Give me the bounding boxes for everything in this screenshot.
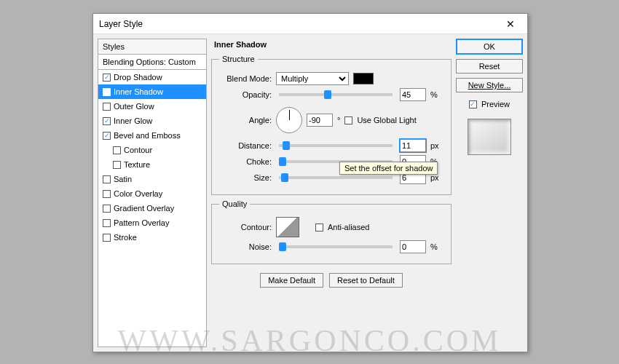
style-item-satin[interactable]: Satin [98, 172, 206, 186]
noise-label: Noise: [219, 242, 272, 251]
noise-input[interactable] [400, 240, 426, 253]
style-item-stroke[interactable]: Stroke [98, 230, 206, 245]
style-checkbox[interactable]: ✓ [103, 74, 111, 82]
preview-thumbnail [468, 119, 511, 155]
center-panel: Inner Shadow Structure Blend Mode: Multi… [211, 39, 452, 347]
layer-style-dialog: Layer Style ✕ Styles Blending Options: C… [92, 13, 528, 352]
noise-suffix: % [430, 242, 443, 251]
global-light-label: Use Global Light [357, 116, 416, 124]
quality-legend: Quality [219, 199, 250, 208]
close-button[interactable]: ✕ [500, 17, 521, 31]
style-label: Inner Shadow [114, 87, 163, 96]
style-item-contour[interactable]: Contour [98, 143, 206, 157]
styles-panel: Styles Blending Options: Custom ✓Drop Sh… [98, 39, 207, 347]
structure-legend: Structure [219, 55, 258, 63]
blend-mode-select[interactable]: Multiply [276, 72, 349, 85]
preview-checkbox[interactable]: ✓ [469, 100, 477, 108]
angle-dial[interactable] [276, 107, 302, 133]
style-checkbox[interactable]: ✓ [103, 88, 111, 96]
opacity-suffix: % [430, 90, 443, 99]
styles-header: Styles [98, 39, 206, 55]
style-label: Satin [114, 175, 132, 183]
style-checkbox[interactable] [103, 205, 111, 213]
blend-mode-label: Blend Mode: [219, 74, 272, 83]
anti-aliased-label: Anti-aliased [328, 223, 369, 232]
style-checkbox[interactable] [103, 234, 111, 242]
style-checkbox[interactable] [103, 103, 111, 111]
distance-label: Distance: [219, 141, 272, 150]
reset-button[interactable]: Reset [456, 59, 523, 74]
style-item-gradient-overlay[interactable]: Gradient Overlay [98, 201, 206, 215]
style-checkbox[interactable]: ✓ [103, 117, 111, 125]
style-label: Pattern Overlay [114, 218, 169, 227]
ok-button[interactable]: OK [456, 39, 523, 55]
angle-input[interactable] [307, 114, 333, 127]
style-label: Contour [124, 146, 152, 154]
distance-input[interactable] [400, 139, 426, 152]
close-icon: ✕ [506, 18, 515, 30]
opacity-slider[interactable] [279, 93, 393, 96]
style-label: Gradient Overlay [114, 204, 174, 213]
right-panel: OK Reset New Style... ✓ Preview [456, 39, 523, 347]
new-style-button[interactable]: New Style... [456, 78, 523, 92]
style-label: Outer Glow [114, 102, 154, 111]
angle-label: Angle: [219, 116, 272, 124]
style-label: Bevel and Emboss [114, 131, 181, 140]
style-checkbox[interactable] [103, 175, 111, 183]
contour-label: Contour: [219, 223, 272, 232]
opacity-label: Opacity: [219, 90, 272, 99]
style-item-pattern-overlay[interactable]: Pattern Overlay [98, 215, 206, 230]
style-label: Stroke [114, 233, 137, 242]
style-label: Drop Shadow [114, 73, 162, 82]
style-item-inner-glow[interactable]: ✓Inner Glow [98, 114, 206, 128]
opacity-input[interactable] [400, 88, 426, 101]
angle-suffix: ° [337, 116, 340, 124]
distance-slider[interactable] [279, 144, 393, 147]
style-item-outer-glow[interactable]: Outer Glow [98, 99, 206, 114]
shadow-color-swatch[interactable] [353, 73, 374, 84]
global-light-checkbox[interactable] [344, 116, 352, 124]
style-item-texture[interactable]: Texture [98, 157, 206, 172]
size-label: Size: [219, 173, 272, 182]
reset-default-button[interactable]: Reset to Default [329, 273, 403, 288]
style-item-bevel-and-emboss[interactable]: ✓Bevel and Emboss [98, 128, 206, 143]
style-item-drop-shadow[interactable]: ✓Drop Shadow [98, 70, 206, 84]
preview-label: Preview [481, 100, 510, 108]
distance-suffix: px [430, 141, 443, 150]
style-label: Texture [124, 160, 150, 169]
style-checkbox[interactable] [113, 161, 121, 169]
style-item-inner-shadow[interactable]: ✓Inner Shadow [98, 84, 206, 99]
size-slider[interactable] [279, 176, 393, 179]
style-label: Color Overlay [114, 189, 162, 198]
style-checkbox[interactable] [113, 146, 121, 154]
contour-picker[interactable] [276, 217, 299, 237]
titlebar: Layer Style ✕ [93, 14, 527, 34]
quality-fieldset: Quality Contour: Anti-aliased Noise: % [211, 199, 452, 264]
choke-label: Choke: [219, 157, 272, 166]
style-item-color-overlay[interactable]: Color Overlay [98, 186, 206, 201]
distance-tooltip: Set the offset for shadow [339, 162, 438, 175]
noise-slider[interactable] [279, 245, 393, 248]
style-checkbox[interactable] [103, 219, 111, 227]
blending-options[interactable]: Blending Options: Custom [98, 55, 206, 70]
style-label: Inner Glow [114, 116, 152, 125]
style-checkbox[interactable]: ✓ [103, 132, 111, 140]
panel-title: Inner Shadow [211, 39, 452, 50]
anti-aliased-checkbox[interactable] [315, 223, 323, 232]
style-checkbox[interactable] [103, 190, 111, 198]
dialog-title: Layer Style [99, 19, 143, 29]
make-default-button[interactable]: Make Default [260, 273, 323, 288]
